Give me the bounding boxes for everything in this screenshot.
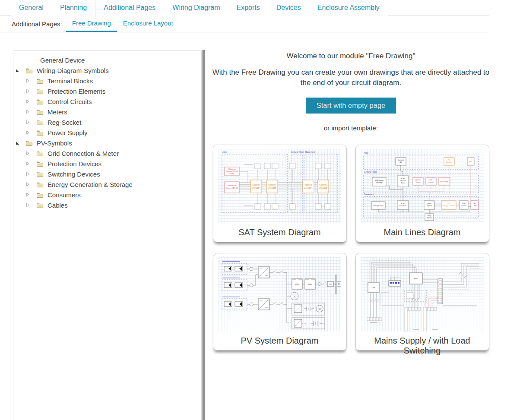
tree-item-label: General Device	[40, 57, 85, 64]
expand-icon[interactable]	[26, 89, 32, 93]
folder-icon	[36, 88, 44, 94]
tab-exports[interactable]: Exports	[228, 0, 268, 16]
svg-text:Garage: Garage	[415, 181, 421, 183]
svg-text:System: System	[427, 205, 432, 207]
sat-system-thumbnail: Attic Ground Floor Basement Kathrein EXR…	[219, 149, 341, 223]
expand-icon[interactable]	[26, 120, 32, 124]
tree-item-energy-generation-storage[interactable]: Energy Generation & Storage	[13, 179, 201, 189]
tree-item-meters[interactable]: Meters	[13, 107, 201, 117]
tree-item-grid-connection-meter[interactable]: Grid Connection & Meter	[13, 148, 201, 158]
symbol-tree: General Device Wiring-Diagram-Symbols Te…	[13, 51, 201, 210]
svg-text:Modules: Modules	[446, 161, 452, 163]
tree-item-label: Control Circuits	[48, 98, 92, 105]
expand-icon[interactable]	[26, 99, 32, 104]
folder-icon	[36, 98, 44, 104]
svg-text:Kathrein: Kathrein	[304, 184, 312, 186]
svg-text:CEE: CEE	[429, 179, 433, 181]
svg-text:Heat Pump: Heat Pump	[440, 181, 448, 183]
svg-text:Utility: Utility	[427, 215, 431, 217]
folder-icon	[36, 109, 44, 115]
svg-text:Kathrein UAS 585: Kathrein UAS 585	[225, 187, 238, 189]
svg-text:EXR2558: EXR2558	[268, 187, 276, 189]
folder-icon	[36, 202, 44, 208]
folder-icon	[36, 192, 44, 198]
tree-item-protection-elements[interactable]: Protection Elements	[13, 86, 201, 96]
expand-icon[interactable]	[26, 110, 32, 114]
folder-icon	[36, 78, 44, 84]
tree-item-consumers[interactable]: Consumers	[13, 189, 201, 200]
template-card-mains-supply[interactable]: kWh	[355, 253, 489, 351]
collapse-icon[interactable]	[16, 69, 22, 73]
tree-item-label: Energy Generation & Storage	[48, 181, 133, 188]
folder-icon	[36, 171, 44, 177]
tree-item-switching-devices[interactable]: Switching Devices	[13, 169, 201, 179]
svg-text:SDB3: SDB3	[401, 178, 405, 180]
svg-text:mains: mains	[336, 285, 341, 287]
sidebar-scrollbar[interactable]	[202, 50, 205, 420]
tree-item-label: Meters	[48, 108, 67, 116]
svg-text:kWh: kWh	[414, 278, 418, 280]
additional-pages-subnav: Additional Pages: Free Drawing Enclosure…	[0, 16, 489, 32]
expand-icon[interactable]	[26, 79, 32, 83]
tab-devices[interactable]: Devices	[268, 0, 309, 16]
folder-icon	[36, 161, 44, 167]
expand-icon[interactable]	[26, 161, 32, 166]
svg-text:Wallbox: Wallbox	[415, 179, 421, 181]
svg-text:Attic: Attic	[222, 151, 227, 153]
template-card-pv-system[interactable]: kWh kWh LSC 230V AC mains	[213, 253, 347, 351]
mains-supply-thumbnail: kWh	[361, 257, 484, 332]
tab-enclosure-assembly[interactable]: Enclosure Assembly	[309, 0, 388, 16]
svg-text:Basement: Basement	[364, 193, 374, 196]
tree-item-label: Protection Elements	[48, 88, 105, 95]
svg-text:PV: PV	[447, 203, 450, 205]
svg-text:MCCB: MCCB	[427, 217, 431, 219]
tree-item-general-device[interactable]: General Device	[13, 55, 201, 65]
tree-item-label: Terminal Blocks	[48, 77, 93, 85]
svg-text:Floor: Floor	[401, 182, 405, 184]
svg-text:SDB (Garden): SDB (Garden)	[373, 205, 383, 207]
svg-text:AC: AC	[399, 161, 402, 163]
collapse-icon[interactable]	[16, 141, 22, 145]
template-title: PV System Diagram	[213, 336, 346, 346]
tree-item-cables[interactable]: Cables	[13, 200, 201, 210]
expand-icon[interactable]	[26, 203, 32, 207]
tab-planning[interactable]: Planning	[52, 0, 95, 16]
tree-item-protection-devices[interactable]: Protection Devices	[13, 158, 201, 169]
folder-icon	[36, 119, 44, 125]
tree-item-reg-socket[interactable]: Reg-Socket	[13, 117, 201, 127]
free-drawing-welcome-panel: Welcome to our module "Free Drawing" Wit…	[207, 33, 494, 351]
tree-item-pv-symbols[interactable]: PV-Symbols	[13, 138, 201, 148]
tree-item-label: Protection Devices	[48, 160, 101, 167]
welcome-title: Welcome to our module "Free Drawing"	[207, 52, 494, 60]
svg-text:Kathrein VOS 20: Kathrein VOS 20	[226, 171, 238, 172]
start-empty-page-button[interactable]: Start with empty page	[306, 98, 396, 114]
svg-text:Kathrein: Kathrein	[252, 184, 260, 186]
tree-item-power-supply[interactable]: Power Supply	[13, 127, 201, 138]
svg-text:Garage: Garage	[428, 181, 434, 183]
svg-text:Kathrein: Kathrein	[268, 184, 276, 186]
template-card-sat-system[interactable]: Attic Ground Floor Basement Kathrein EXR…	[213, 145, 347, 242]
expand-icon[interactable]	[26, 193, 32, 197]
svg-text:Attic: Attic	[364, 152, 368, 154]
svg-text:Multisplit: Multisplit	[398, 159, 404, 161]
tree-item-terminal-blocks[interactable]: Terminal Blocks	[13, 76, 201, 86]
tree-item-label: Switching Devices	[48, 171, 100, 178]
expand-icon[interactable]	[26, 172, 32, 176]
template-card-main-lines[interactable]: Attic Ground Floor Basement Multisplit A…	[355, 145, 489, 242]
expand-icon[interactable]	[26, 130, 32, 135]
tab-wiring-diagram[interactable]: Wiring Diagram	[164, 0, 228, 16]
tree-item-wiring-diagram-symbols[interactable]: Wiring-Diagram-Symbols	[13, 65, 201, 76]
expand-icon[interactable]	[26, 182, 32, 186]
svg-text:(Existing): (Existing)	[376, 182, 382, 183]
tree-item-label: Power Supply	[48, 129, 88, 136]
expand-icon[interactable]	[26, 151, 32, 155]
import-template-hint: or import template:	[207, 124, 494, 132]
pv-system-thumbnail: kWh kWh LSC 230V AC mains	[219, 257, 341, 332]
tree-item-label: Reg-Socket	[48, 119, 81, 126]
tree-item-control-circuits[interactable]: Control Circuits	[13, 96, 201, 107]
tree-item-label: Consumers	[48, 191, 81, 199]
subnav-label: Additional Pages:	[12, 20, 62, 28]
tab-additional-pages[interactable]: Additional Pages	[95, 0, 164, 19]
svg-text:EXR2508: EXR2508	[319, 187, 327, 189]
tab-general[interactable]: General	[11, 0, 52, 16]
